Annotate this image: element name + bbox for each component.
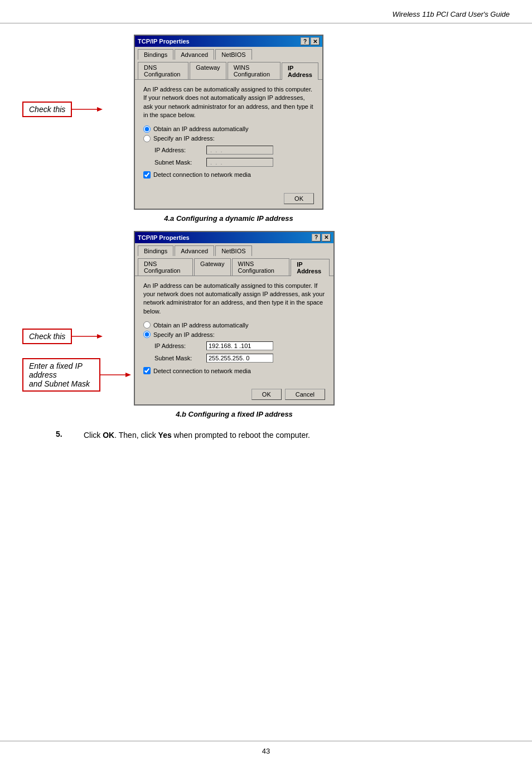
dialog-desc-4a: An IP address can be automatically assig…: [143, 85, 314, 120]
tab-wins-4a[interactable]: WINS Configuration: [228, 62, 280, 79]
tab-netbios-4b[interactable]: NetBIOS: [215, 245, 252, 256]
check-this-annotation-4b: Check this: [22, 329, 72, 344]
detect-row-4b: Detect connection to network media: [143, 367, 325, 374]
step-yes-bold: Yes: [158, 431, 172, 440]
step-number: 5.: [56, 430, 72, 441]
tab-gateway-4a[interactable]: Gateway: [190, 62, 226, 79]
ok-btn-4b[interactable]: OK: [252, 389, 282, 400]
radio-specify-4a[interactable]: [143, 135, 151, 142]
tab-dns-4a[interactable]: DNS Configuration: [138, 62, 188, 79]
tab-dns-4b[interactable]: DNS Configuration: [138, 258, 193, 276]
page-content: Check this TCP/IP Properties ? ✕: [0, 23, 532, 458]
tab-advanced-4a[interactable]: Advanced: [175, 49, 214, 60]
figure-4b-section: Check this Enter a fixed IP address and …: [22, 231, 510, 419]
page-footer: 43: [0, 741, 532, 761]
tab-netbios-4a[interactable]: NetBIOS: [215, 49, 252, 60]
dialog-4a: TCP/IP Properties ? ✕ Bindings Advanced …: [134, 35, 323, 223]
dialog-title-text-4b: TCP/IP Properties: [138, 234, 190, 241]
tab-bindings-4a[interactable]: Bindings: [138, 49, 173, 60]
radio-auto-4a[interactable]: [143, 126, 151, 133]
detect-label-4b: Detect connection to network media: [153, 368, 251, 374]
step-text-after: when prompted to reboot the computer.: [172, 431, 310, 440]
tab-ipaddress-4b[interactable]: IP Address: [291, 259, 330, 276]
header-title: Wireless 11b PCI Card User's Guide: [393, 10, 510, 18]
dialog-footer-4a: OK: [135, 189, 322, 209]
help-btn-4b[interactable]: ?: [312, 234, 321, 242]
step-5-section: 5. Click OK. Then, click Yes when prompt…: [22, 430, 510, 441]
tcpip-dialog-4b: TCP/IP Properties ? ✕ Bindings Advanced …: [134, 231, 335, 406]
tabs-row2-4b: DNS Configuration Gateway WINS Configura…: [135, 256, 333, 276]
annotation-left-4b: Check this Enter a fixed IP address and …: [22, 231, 134, 392]
svg-marker-3: [97, 334, 103, 339]
page-number: 43: [262, 747, 270, 755]
dialog-body-4b: An IP address can be automatically assig…: [135, 276, 333, 385]
subnet-input-4b[interactable]: [206, 354, 273, 363]
tab-advanced-4b[interactable]: Advanced: [175, 245, 214, 256]
annotation-left-4a: Check this: [22, 35, 134, 117]
caption-4a: 4.a Configuring a dynamic IP address: [134, 214, 323, 223]
radio-specify-4b[interactable]: [143, 331, 151, 338]
detect-label-4a: Detect connection to network media: [153, 171, 251, 178]
dialog-body-4a: An IP address can be automatically assig…: [135, 80, 322, 189]
dialog-4b: TCP/IP Properties ? ✕ Bindings Advanced …: [134, 231, 335, 419]
arrow-check-4b: [72, 331, 105, 342]
detect-checkbox-4a[interactable]: [143, 171, 151, 178]
close-btn-4a[interactable]: ✕: [311, 37, 320, 45]
radio-specify-row-4a: Specify an IP address:: [143, 135, 314, 142]
help-btn-4a[interactable]: ?: [301, 37, 309, 45]
subnet-label-4b: Subnet Mask:: [154, 355, 202, 361]
ip-label-4b: IP Address:: [154, 342, 202, 349]
dialog-desc-4b: An IP address can be automatically assig…: [143, 282, 325, 316]
arrow-4a: [72, 104, 105, 115]
tabs-row1-4a: Bindings Advanced NetBIOS: [135, 47, 322, 60]
step-ok-bold: OK: [103, 431, 114, 440]
tabs-row1-4b: Bindings Advanced NetBIOS: [135, 243, 333, 256]
radio-specify-label-4b: Specify an IP address:: [153, 331, 215, 338]
radio-auto-label-4b: Obtain an IP address automatically: [153, 322, 248, 329]
check-this-wrapper-4b: Check this: [22, 329, 134, 344]
dialog-title-text-4a: TCP/IP Properties: [138, 38, 190, 45]
ok-btn-4a[interactable]: OK: [284, 193, 314, 204]
ip-input-4b[interactable]: [206, 341, 273, 350]
ip-row-4a: IP Address:: [154, 146, 314, 155]
svg-marker-1: [97, 107, 103, 112]
title-buttons-4a: ? ✕: [301, 37, 320, 45]
cancel-btn-4b[interactable]: Cancel: [285, 389, 325, 400]
ip-label-4a: IP Address:: [154, 147, 202, 153]
page-header: Wireless 11b PCI Card User's Guide: [0, 0, 532, 23]
subnet-row-4b: Subnet Mask:: [154, 354, 325, 363]
dialog-footer-4b: OK Cancel: [135, 384, 333, 404]
detect-checkbox-4b[interactable]: [143, 367, 151, 374]
tabs-row2-4a: DNS Configuration Gateway WINS Configura…: [135, 60, 322, 80]
subnet-input-4a: [206, 158, 273, 167]
arrow-fixed-4b: [100, 369, 134, 380]
step-text: Click OK. Then, click Yes when prompted …: [84, 430, 310, 441]
caption-4b: 4.b Configuring a fixed IP address: [134, 410, 335, 418]
figure-4a-section: Check this TCP/IP Properties ? ✕: [22, 35, 510, 223]
dialog-title-4a: TCP/IP Properties ? ✕: [135, 36, 322, 47]
subnet-row-4a: Subnet Mask:: [154, 158, 314, 167]
dialog-title-4b: TCP/IP Properties ? ✕: [135, 232, 333, 243]
radio-specify-row-4b: Specify an IP address:: [143, 331, 325, 338]
svg-marker-5: [125, 373, 131, 377]
tab-bindings-4b[interactable]: Bindings: [138, 245, 173, 256]
tab-ipaddress-4a[interactable]: IP Address: [282, 62, 318, 80]
check-this-annotation-4a: Check this: [22, 102, 72, 117]
detect-row-4a: Detect connection to network media: [143, 171, 314, 178]
ip-input-4a: [206, 146, 273, 155]
radio-auto-4b[interactable]: [143, 321, 151, 329]
step-text-before: Click: [84, 431, 103, 440]
enter-fixed-wrapper-4b: Enter a fixed IP address and Subnet Mask: [22, 358, 134, 392]
title-buttons-4b: ? ✕: [312, 234, 331, 242]
step-text-middle: . Then, click: [114, 431, 158, 440]
tab-gateway-4b[interactable]: Gateway: [194, 258, 230, 276]
radio-specify-label-4a: Specify an IP address:: [153, 135, 215, 142]
radio-auto-label-4a: Obtain an IP address automatically: [153, 126, 248, 132]
tab-wins-4b[interactable]: WINS Configuration: [232, 258, 290, 276]
subnet-label-4a: Subnet Mask:: [154, 159, 202, 166]
tcpip-dialog-4a: TCP/IP Properties ? ✕ Bindings Advanced …: [134, 35, 323, 210]
close-btn-4b[interactable]: ✕: [322, 234, 331, 242]
ip-row-4b: IP Address:: [154, 341, 325, 350]
enter-fixed-annotation-4b: Enter a fixed IP address and Subnet Mask: [22, 358, 100, 392]
radio-auto-row-4a: Obtain an IP address automatically: [143, 126, 314, 133]
